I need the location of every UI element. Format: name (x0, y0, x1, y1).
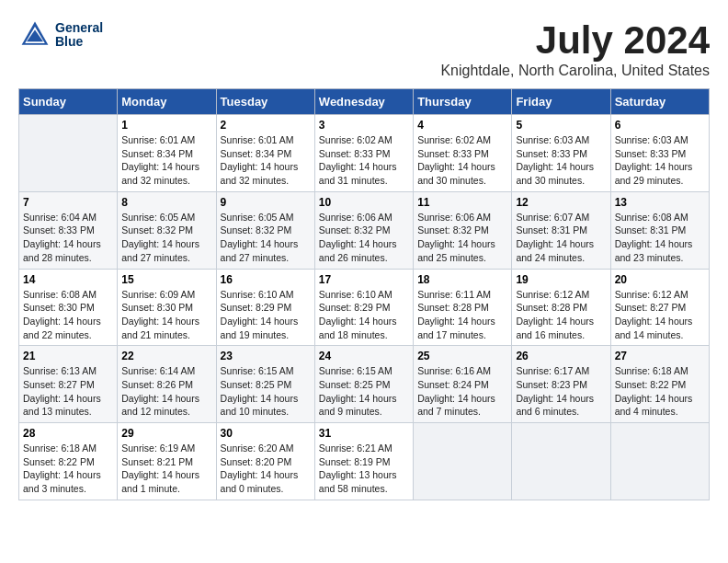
day-number: 20 (615, 273, 705, 286)
day-number: 22 (121, 350, 211, 362)
calendar-cell (414, 423, 512, 500)
day-info: Sunrise: 6:20 AM Sunset: 8:20 PM Dayligh… (221, 442, 311, 496)
day-info: Sunrise: 6:03 AM Sunset: 8:33 PM Dayligh… (516, 133, 606, 188)
calendar-cell: 4Sunrise: 6:02 AM Sunset: 8:33 PM Daylig… (414, 115, 512, 192)
calendar-body: 1Sunrise: 6:01 AM Sunset: 8:34 PM Daylig… (19, 115, 710, 500)
day-number: 7 (23, 196, 113, 209)
calendar-week-row: 7Sunrise: 6:04 AM Sunset: 8:33 PM Daylig… (19, 191, 710, 269)
day-info: Sunrise: 6:15 AM Sunset: 8:25 PM Dayligh… (319, 364, 409, 419)
calendar-cell: 1Sunrise: 6:01 AM Sunset: 8:34 PM Daylig… (118, 115, 216, 192)
logo-text: General Blue (55, 21, 103, 50)
day-info: Sunrise: 6:07 AM Sunset: 8:31 PM Dayligh… (516, 211, 606, 265)
calendar-cell: 15Sunrise: 6:09 AM Sunset: 8:30 PM Dayli… (118, 269, 216, 346)
header-day: Sunday (19, 89, 118, 115)
day-number: 26 (516, 350, 606, 362)
logo-line2: Blue (55, 35, 103, 49)
subtitle: Knightdale, North Carolina, United State… (440, 63, 710, 79)
day-info: Sunrise: 6:01 AM Sunset: 8:34 PM Dayligh… (221, 133, 311, 188)
day-info: Sunrise: 6:13 AM Sunset: 8:27 PM Dayligh… (23, 364, 113, 419)
day-info: Sunrise: 6:01 AM Sunset: 8:34 PM Dayligh… (121, 133, 211, 188)
day-info: Sunrise: 6:03 AM Sunset: 8:33 PM Dayligh… (615, 133, 705, 188)
header-day: Tuesday (216, 89, 314, 115)
day-info: Sunrise: 6:08 AM Sunset: 8:30 PM Dayligh… (23, 288, 113, 342)
day-number: 6 (615, 119, 705, 132)
calendar-cell: 2Sunrise: 6:01 AM Sunset: 8:34 PM Daylig… (216, 115, 314, 192)
day-number: 27 (615, 350, 705, 362)
day-number: 15 (121, 273, 211, 286)
calendar-cell (610, 423, 709, 500)
day-number: 19 (516, 273, 606, 286)
day-info: Sunrise: 6:21 AM Sunset: 8:19 PM Dayligh… (319, 442, 409, 496)
day-number: 12 (516, 196, 606, 209)
day-number: 5 (516, 119, 606, 132)
day-number: 9 (221, 196, 311, 209)
day-number: 25 (417, 350, 507, 362)
calendar-cell: 16Sunrise: 6:10 AM Sunset: 8:29 PM Dayli… (216, 269, 314, 346)
calendar-cell: 10Sunrise: 6:06 AM Sunset: 8:32 PM Dayli… (314, 191, 413, 269)
day-number: 10 (319, 196, 409, 209)
calendar-cell: 24Sunrise: 6:15 AM Sunset: 8:25 PM Dayli… (314, 346, 413, 423)
main-title: July 2024 (440, 18, 710, 63)
calendar-week-row: 1Sunrise: 6:01 AM Sunset: 8:34 PM Daylig… (19, 115, 710, 192)
logo-icon (18, 18, 51, 52)
day-info: Sunrise: 6:10 AM Sunset: 8:29 PM Dayligh… (319, 288, 409, 342)
day-number: 8 (121, 196, 211, 209)
day-number: 2 (221, 119, 311, 132)
day-number: 17 (319, 273, 409, 286)
day-info: Sunrise: 6:15 AM Sunset: 8:25 PM Dayligh… (221, 364, 311, 419)
day-number: 3 (319, 119, 409, 132)
day-info: Sunrise: 6:02 AM Sunset: 8:33 PM Dayligh… (417, 133, 507, 188)
day-number: 16 (221, 273, 311, 286)
calendar-cell: 22Sunrise: 6:14 AM Sunset: 8:26 PM Dayli… (118, 346, 216, 423)
calendar-cell (512, 423, 610, 500)
header-day: Thursday (414, 89, 512, 115)
calendar-cell: 28Sunrise: 6:18 AM Sunset: 8:22 PM Dayli… (19, 423, 118, 500)
calendar-cell: 8Sunrise: 6:05 AM Sunset: 8:32 PM Daylig… (118, 191, 216, 269)
day-number: 18 (417, 273, 507, 286)
calendar-cell: 6Sunrise: 6:03 AM Sunset: 8:33 PM Daylig… (610, 115, 709, 192)
calendar-cell: 25Sunrise: 6:16 AM Sunset: 8:24 PM Dayli… (414, 346, 512, 423)
day-info: Sunrise: 6:06 AM Sunset: 8:32 PM Dayligh… (417, 211, 507, 265)
day-info: Sunrise: 6:08 AM Sunset: 8:31 PM Dayligh… (615, 211, 705, 265)
day-info: Sunrise: 6:11 AM Sunset: 8:28 PM Dayligh… (417, 288, 507, 342)
calendar-cell: 11Sunrise: 6:06 AM Sunset: 8:32 PM Dayli… (414, 191, 512, 269)
day-number: 23 (221, 350, 311, 362)
header-row: SundayMondayTuesdayWednesdayThursdayFrid… (19, 89, 710, 115)
day-info: Sunrise: 6:10 AM Sunset: 8:29 PM Dayligh… (221, 288, 311, 342)
day-info: Sunrise: 6:09 AM Sunset: 8:30 PM Dayligh… (121, 288, 211, 342)
calendar-cell: 30Sunrise: 6:20 AM Sunset: 8:20 PM Dayli… (216, 423, 314, 500)
calendar-cell: 7Sunrise: 6:04 AM Sunset: 8:33 PM Daylig… (19, 191, 118, 269)
calendar-week-row: 21Sunrise: 6:13 AM Sunset: 8:27 PM Dayli… (19, 346, 710, 423)
calendar-cell: 21Sunrise: 6:13 AM Sunset: 8:27 PM Dayli… (19, 346, 118, 423)
day-number: 4 (417, 119, 507, 132)
day-info: Sunrise: 6:16 AM Sunset: 8:24 PM Dayligh… (417, 364, 507, 419)
calendar-cell: 13Sunrise: 6:08 AM Sunset: 8:31 PM Dayli… (610, 191, 709, 269)
day-number: 21 (23, 350, 113, 362)
header-day: Friday (512, 89, 610, 115)
day-number: 11 (417, 196, 507, 209)
day-number: 24 (319, 350, 409, 362)
calendar-cell: 14Sunrise: 6:08 AM Sunset: 8:30 PM Dayli… (19, 269, 118, 346)
calendar-cell: 17Sunrise: 6:10 AM Sunset: 8:29 PM Dayli… (314, 269, 413, 346)
calendar-cell: 3Sunrise: 6:02 AM Sunset: 8:33 PM Daylig… (314, 115, 413, 192)
calendar-cell: 19Sunrise: 6:12 AM Sunset: 8:28 PM Dayli… (512, 269, 610, 346)
day-info: Sunrise: 6:14 AM Sunset: 8:26 PM Dayligh… (121, 364, 211, 419)
calendar-cell: 27Sunrise: 6:18 AM Sunset: 8:22 PM Dayli… (610, 346, 709, 423)
day-info: Sunrise: 6:05 AM Sunset: 8:32 PM Dayligh… (221, 211, 311, 265)
calendar-cell (19, 115, 118, 192)
calendar-cell: 29Sunrise: 6:19 AM Sunset: 8:21 PM Dayli… (118, 423, 216, 500)
day-number: 29 (121, 427, 211, 440)
title-block: July 2024 Knightdale, North Carolina, Un… (440, 18, 710, 79)
calendar-week-row: 28Sunrise: 6:18 AM Sunset: 8:22 PM Dayli… (19, 423, 710, 500)
day-info: Sunrise: 6:02 AM Sunset: 8:33 PM Dayligh… (319, 133, 409, 188)
day-info: Sunrise: 6:18 AM Sunset: 8:22 PM Dayligh… (23, 442, 113, 496)
day-info: Sunrise: 6:17 AM Sunset: 8:23 PM Dayligh… (516, 364, 606, 419)
day-info: Sunrise: 6:06 AM Sunset: 8:32 PM Dayligh… (319, 211, 409, 265)
calendar-table: SundayMondayTuesdayWednesdayThursdayFrid… (18, 88, 710, 500)
day-number: 31 (319, 427, 409, 440)
logo-line1: General (55, 21, 103, 35)
calendar-header: SundayMondayTuesdayWednesdayThursdayFrid… (19, 89, 710, 115)
calendar-cell: 20Sunrise: 6:12 AM Sunset: 8:27 PM Dayli… (610, 269, 709, 346)
calendar-cell: 18Sunrise: 6:11 AM Sunset: 8:28 PM Dayli… (414, 269, 512, 346)
page-header: General Blue July 2024 Knightdale, North… (18, 18, 710, 79)
